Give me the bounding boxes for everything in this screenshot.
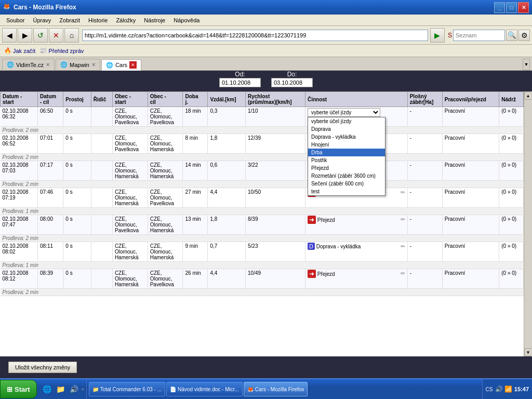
tab-mapwin[interactable]: 🌐 Mapwin ✕ bbox=[56, 59, 100, 70]
menu-zalozky[interactable]: Záložky bbox=[112, 16, 140, 24]
search-button[interactable]: 🔍 bbox=[506, 30, 517, 41]
cell-obec-cil: CZE,Olomouc,Hamerská bbox=[148, 242, 183, 262]
od-input[interactable] bbox=[219, 78, 261, 87]
cell-rychlost: 12/39 bbox=[246, 134, 305, 154]
start-button[interactable]: ⊞ Start bbox=[0, 380, 37, 398]
cell-nadrz: (0 » 0) bbox=[499, 242, 524, 262]
cell-obec-cil: CZE,Olomouc,Hamerská bbox=[148, 161, 183, 181]
table-row: 02.10.200807:19 07:46 0 s CZE,Olomouc,Ha… bbox=[1, 188, 524, 208]
back-button[interactable]: ◀ bbox=[2, 28, 17, 43]
table-area: Datum - start Datum - cíl Prostoj Řidič … bbox=[0, 91, 532, 356]
maximize-button[interactable]: □ bbox=[506, 2, 517, 13]
ql-browser[interactable]: 🌐 bbox=[41, 383, 54, 395]
menu-historie[interactable]: Historie bbox=[84, 16, 112, 24]
cinnost-select-1[interactable]: vyberte účel jízdy bbox=[308, 108, 380, 117]
cell-vzdal: 0,3 bbox=[208, 107, 246, 127]
save-area: Uložit všechny změny bbox=[0, 356, 532, 378]
scroll-track[interactable] bbox=[524, 100, 533, 348]
scroll-up[interactable]: ▲ bbox=[524, 91, 533, 100]
menu-zobrazit[interactable]: Zobrazit bbox=[55, 16, 84, 24]
edit-icon-6[interactable]: ✏ bbox=[401, 270, 405, 277]
dropdown-item-drba[interactable]: Drba bbox=[308, 149, 385, 156]
th-obec-start: Obec - start bbox=[112, 92, 148, 107]
menu-soubor[interactable]: Soubor bbox=[2, 16, 29, 24]
tab-icon: 🌐 bbox=[7, 61, 14, 68]
dropdown-item-hnojeni[interactable]: Hnojení bbox=[308, 141, 385, 149]
reload-button[interactable]: ↺ bbox=[33, 28, 48, 43]
cell-obec-start: CZE,Olomouc,Hamerská bbox=[112, 188, 148, 208]
cell-pracovni: Pracovní bbox=[442, 107, 499, 127]
dropdown-item-doprava-vyklada[interactable]: Doprava - vykládka bbox=[308, 133, 385, 141]
cell-ridic bbox=[91, 269, 112, 289]
cinnost-label-3: Doprava - vykládka bbox=[316, 244, 361, 249]
taskbar-item-word[interactable]: 📄 Návod vidimte.doc - Micr... bbox=[166, 382, 243, 396]
ql-folder[interactable]: 📁 bbox=[55, 383, 67, 395]
close-button[interactable]: ✕ bbox=[518, 2, 529, 13]
go-button[interactable]: ▶ bbox=[430, 28, 445, 43]
prodleva-text: Prodleva: 2 min bbox=[1, 154, 524, 161]
menu-upravy[interactable]: Úpravy bbox=[29, 16, 55, 24]
news-icon: 📰 bbox=[39, 47, 47, 54]
titlebar-buttons: _ □ ✕ bbox=[494, 2, 529, 13]
cell-plachy: - bbox=[407, 215, 442, 235]
taskbar-item-firefox[interactable]: 🦊 Cars - Mozilla Firefox bbox=[244, 382, 308, 396]
scroll-down[interactable]: ▼ bbox=[524, 348, 533, 356]
tab-cars[interactable]: 🌐 Cars ✕ bbox=[101, 59, 141, 71]
table-row: 02.10.200808:02 08:11 0 s CZE,Olomouc,Ha… bbox=[1, 242, 524, 262]
browser-icon: 🦊 bbox=[3, 3, 11, 11]
cell-datum-start: 02.10.200807:47 bbox=[1, 215, 38, 235]
dropdown-item-postrik[interactable]: Postřik bbox=[308, 156, 385, 164]
menu-napoveda[interactable]: Nápověda bbox=[169, 16, 204, 24]
dropdown-item-rozmetani[interactable]: Rozmetání (záběr 3600 cm) bbox=[308, 172, 385, 180]
home-button[interactable]: ⌂ bbox=[64, 28, 79, 43]
tab-icon-mapwin: 🌐 bbox=[60, 61, 68, 68]
edit-icon-5[interactable]: ✏ bbox=[401, 243, 405, 250]
dropdown-item-prejezd[interactable]: Přejezd bbox=[308, 164, 385, 172]
menu-nastroje[interactable]: Nástroje bbox=[140, 16, 169, 24]
cars-inner: Od: Do: Datum - start bbox=[0, 71, 532, 378]
forward-button[interactable]: ▶ bbox=[18, 28, 32, 43]
tab-close-cars[interactable]: ✕ bbox=[129, 61, 137, 69]
edit-icon-4[interactable]: ✏ bbox=[401, 216, 405, 223]
do-input[interactable] bbox=[271, 78, 313, 87]
tab-vidimte[interactable]: 🌐 VidimTe.cz ✕ bbox=[2, 59, 55, 70]
ql-expand[interactable]: » bbox=[82, 387, 84, 392]
save-all-button[interactable]: Uložit všechny změny bbox=[8, 362, 77, 373]
cell-datum-cil: 06:50 bbox=[38, 107, 63, 127]
minimize-button[interactable]: _ bbox=[494, 2, 505, 13]
cell-doba: 18 min bbox=[183, 107, 208, 127]
taskbar-item-commander[interactable]: 📁 Total Commander 6.03 - ... bbox=[89, 382, 165, 396]
dropdown-item-doprava[interactable]: Doprava bbox=[308, 125, 385, 133]
cell-datum-start: 02.10.200808:02 bbox=[1, 242, 38, 262]
cell-plachy: - bbox=[407, 161, 442, 181]
search-input[interactable] bbox=[453, 30, 505, 41]
table-row: 02.10.200808:12 08:39 0 s CZE,Olomouc,Ha… bbox=[1, 269, 524, 289]
settings-button[interactable]: ⚙ bbox=[518, 30, 530, 41]
menubar: Soubor Úpravy Zobrazit Historie Záložky … bbox=[0, 15, 532, 26]
dropdown-item-vyberte[interactable]: vyberte účel jízdy bbox=[308, 117, 385, 125]
dropdown-item-seceni[interactable]: Sečení (záběr 600 cm) bbox=[308, 180, 385, 188]
bookmark-jak-zacit[interactable]: 🔥 Jak začít bbox=[4, 47, 35, 54]
th-rychlost: Rychlost(prům/max)[km/h] bbox=[246, 92, 305, 107]
ql-volume[interactable]: 🔊 bbox=[68, 383, 81, 395]
cell-cinnost: vyberte účel jízdy vyberte účel jízdy Do… bbox=[305, 107, 407, 127]
tab-close-mapwin[interactable]: ✕ bbox=[91, 62, 96, 68]
date-filter: Od: Do: bbox=[0, 71, 532, 87]
search-box: S 🔍 ⚙ bbox=[448, 30, 530, 41]
cell-cinnost: ➜ Přejezd ✏ bbox=[305, 269, 407, 289]
cell-obec-cil: CZE,Olomouc,Hamerská bbox=[148, 134, 183, 154]
firefox-icon: 🦊 bbox=[247, 387, 254, 392]
tab-close-vidimte[interactable]: ✕ bbox=[46, 62, 50, 68]
table-scroll[interactable]: Datum - start Datum - cíl Prostoj Řidič … bbox=[0, 91, 524, 356]
stop-button[interactable]: ✕ bbox=[49, 28, 63, 43]
taskbar-tray: CS 🔊 📶 15:47 bbox=[482, 379, 532, 399]
edit-icon-3[interactable]: ✏ bbox=[401, 189, 405, 196]
tab-scroll-right[interactable]: ▼ bbox=[523, 59, 530, 70]
address-input[interactable] bbox=[82, 30, 428, 41]
scrollbar[interactable]: ▲ ▼ bbox=[524, 91, 532, 356]
cell-datum-cil: 08:00 bbox=[38, 215, 63, 235]
taskbar-items: 📁 Total Commander 6.03 - ... 📄 Návod vid… bbox=[87, 382, 482, 396]
od-label: Od: bbox=[235, 71, 245, 78]
dropdown-item-test[interactable]: test bbox=[308, 188, 385, 195]
bookmark-prehled[interactable]: 📰 Přehled zpráv bbox=[39, 47, 84, 54]
